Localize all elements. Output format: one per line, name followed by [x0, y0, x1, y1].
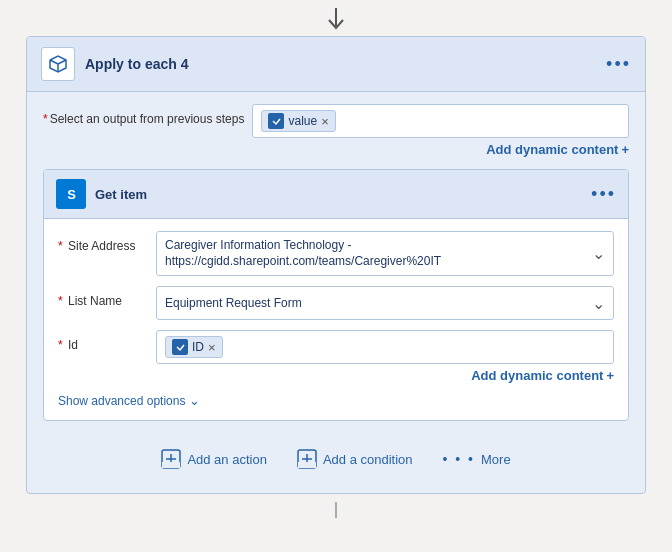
add-condition-button[interactable]: Add a condition — [297, 449, 413, 469]
header-left: Apply to each 4 — [41, 47, 188, 81]
id-label: * Id — [58, 330, 148, 352]
header-more-button[interactable]: ••• — [606, 54, 631, 75]
list-name-row: * List Name Equipment Request Form ⌄ — [58, 286, 614, 320]
add-action-icon — [161, 449, 181, 469]
add-action-button[interactable]: Add an action — [161, 449, 267, 469]
outer-body: *Select an output from previous steps va… — [27, 92, 645, 429]
list-name-dropdown[interactable]: Equipment Request Form ⌄ — [156, 286, 614, 320]
value-token-close[interactable]: × — [321, 115, 329, 128]
loop-icon — [48, 54, 68, 74]
get-item-body: * Site Address Caregiver Information Tec… — [44, 219, 628, 420]
select-output-row: *Select an output from previous steps va… — [43, 104, 629, 157]
list-name-required: * — [58, 294, 63, 308]
list-name-chevron: ⌄ — [592, 294, 605, 313]
id-required: * — [58, 338, 63, 352]
value-token-text: value — [288, 114, 317, 128]
bottom-connector — [335, 502, 337, 518]
svg-rect-13 — [298, 462, 316, 468]
get-item-card: S Get item ••• * Site Address Caregiver … — [43, 169, 629, 421]
id-token-icon — [172, 339, 188, 355]
id-token-input[interactable]: ID × — [156, 330, 614, 364]
top-arrow-icon — [327, 0, 345, 36]
site-address-required: * — [58, 239, 63, 253]
select-output-required: * — [43, 112, 48, 126]
site-address-value: Caregiver Information Technology - https… — [165, 238, 592, 269]
svg-rect-9 — [162, 462, 180, 468]
id-token-close[interactable]: × — [208, 341, 216, 354]
sharepoint-icon: S — [56, 179, 86, 209]
id-row: * Id ID — [58, 330, 614, 383]
id-token-text: ID — [192, 340, 204, 354]
add-condition-icon — [297, 449, 317, 469]
get-item-title: Get item — [95, 187, 147, 202]
select-output-label: *Select an output from previous steps — [43, 104, 244, 126]
get-item-header-left: S Get item — [56, 179, 147, 209]
value-token-icon — [268, 113, 284, 129]
site-address-row: * Site Address Caregiver Information Tec… — [58, 231, 614, 276]
more-dots-icon: • • • — [443, 451, 475, 467]
get-item-more-button[interactable]: ••• — [591, 184, 616, 205]
list-name-value: Equipment Request Form — [165, 296, 302, 310]
advanced-chevron-icon: ⌄ — [189, 393, 200, 408]
site-address-dropdown[interactable]: Caregiver Information Technology - https… — [156, 231, 614, 276]
add-condition-label: Add a condition — [323, 452, 413, 467]
apply-to-each-container: Apply to each 4 ••• *Select an output fr… — [26, 36, 646, 494]
site-address-label: * Site Address — [58, 231, 148, 253]
show-advanced-options[interactable]: Show advanced options ⌄ — [58, 393, 614, 408]
more-label: More — [481, 452, 511, 467]
apply-to-each-header: Apply to each 4 ••• — [27, 37, 645, 92]
id-token: ID × — [165, 336, 223, 358]
add-action-label: Add an action — [187, 452, 267, 467]
loop-icon-box — [41, 47, 75, 81]
bottom-line — [335, 502, 337, 518]
apply-to-each-title: Apply to each 4 — [85, 56, 188, 72]
svg-line-1 — [50, 60, 58, 64]
select-output-dynamic-link[interactable]: Add dynamic content+ — [252, 142, 629, 157]
id-dynamic-link[interactable]: Add dynamic content+ — [156, 368, 614, 383]
more-button[interactable]: • • • More — [443, 451, 511, 467]
site-address-chevron: ⌄ — [592, 244, 605, 263]
action-bar: Add an action Add a condition • • • More — [27, 449, 645, 477]
select-output-input[interactable]: value × — [252, 104, 629, 138]
get-item-header: S Get item ••• — [44, 170, 628, 219]
svg-line-2 — [58, 60, 66, 64]
list-name-label: * List Name — [58, 286, 148, 308]
value-token: value × — [261, 110, 335, 132]
